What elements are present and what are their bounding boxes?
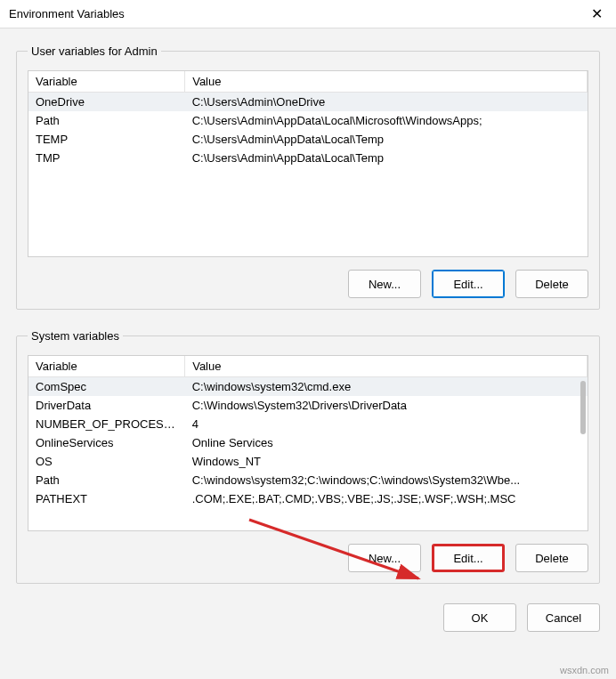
cell-variable: OS bbox=[28, 452, 185, 471]
cell-value: C:\Windows\System32\Drivers\DriverData bbox=[185, 396, 588, 415]
cell-value: Online Services bbox=[185, 433, 588, 452]
cell-variable: OnlineServices bbox=[28, 433, 185, 452]
col-header-variable[interactable]: Variable bbox=[28, 71, 185, 93]
table-row[interactable]: PATHEXT.COM;.EXE;.BAT;.CMD;.VBS;.VBE;.JS… bbox=[28, 489, 588, 508]
table-row[interactable]: OneDriveC:\Users\Admin\OneDrive bbox=[28, 93, 588, 112]
table-row[interactable]: NUMBER_OF_PROCESSORS4 bbox=[28, 415, 588, 433]
titlebar: Environment Variables ✕ bbox=[0, 0, 616, 28]
cell-variable: NUMBER_OF_PROCESSORS bbox=[28, 415, 185, 433]
watermark: wsxdn.com bbox=[560, 665, 609, 675]
table-row[interactable]: OSWindows_NT bbox=[28, 452, 588, 471]
table-row[interactable]: TEMPC:\Users\Admin\AppData\Local\Temp bbox=[28, 130, 588, 149]
ok-button[interactable]: OK bbox=[443, 603, 516, 632]
cancel-button[interactable]: Cancel bbox=[527, 603, 600, 632]
system-delete-button[interactable]: Delete bbox=[515, 544, 588, 572]
system-variables-group: System variables Variable Value ComSpecC… bbox=[16, 329, 600, 584]
system-variables-table-wrap: Variable Value ComSpecC:\windows\system3… bbox=[28, 355, 588, 531]
cell-variable: ComSpec bbox=[28, 377, 185, 397]
user-edit-button[interactable]: Edit... bbox=[432, 270, 505, 298]
system-new-button[interactable]: New... bbox=[348, 544, 421, 572]
cell-value: C:\Users\Admin\AppData\Local\Temp bbox=[185, 130, 588, 149]
cell-variable: PATHEXT bbox=[28, 489, 185, 508]
cell-value: C:\Users\Admin\AppData\Local\Microsoft\W… bbox=[185, 111, 588, 130]
close-icon[interactable]: ✕ bbox=[584, 2, 609, 27]
cell-variable: OneDrive bbox=[28, 93, 185, 112]
cell-value: C:\Users\Admin\AppData\Local\Temp bbox=[185, 149, 588, 167]
user-new-button[interactable]: New... bbox=[348, 270, 421, 298]
window-title: Environment Variables bbox=[9, 7, 125, 20]
table-row[interactable]: PathC:\Users\Admin\AppData\Local\Microso… bbox=[28, 111, 588, 130]
user-variables-table[interactable]: Variable Value OneDriveC:\Users\Admin\On… bbox=[28, 71, 588, 167]
cell-variable: TMP bbox=[28, 149, 185, 167]
table-row[interactable]: PathC:\windows\system32;C:\windows;C:\wi… bbox=[28, 471, 588, 489]
system-edit-button[interactable]: Edit... bbox=[432, 544, 505, 572]
cell-variable: DriverData bbox=[28, 396, 185, 415]
scrollbar-thumb[interactable] bbox=[580, 381, 586, 434]
cell-value: C:\Users\Admin\OneDrive bbox=[185, 93, 588, 112]
table-row[interactable]: DriverDataC:\Windows\System32\Drivers\Dr… bbox=[28, 396, 588, 415]
cell-value: C:\windows\system32\cmd.exe bbox=[185, 377, 588, 397]
cell-value: 4 bbox=[185, 415, 588, 433]
col-header-value[interactable]: Value bbox=[185, 71, 588, 93]
table-row[interactable]: OnlineServicesOnline Services bbox=[28, 433, 588, 452]
cell-variable: TEMP bbox=[28, 130, 185, 149]
cell-variable: Path bbox=[28, 471, 185, 489]
col-header-value[interactable]: Value bbox=[185, 356, 588, 377]
user-variables-table-wrap: Variable Value OneDriveC:\Users\Admin\On… bbox=[28, 70, 588, 257]
cell-value: C:\windows\system32;C:\windows;C:\window… bbox=[185, 471, 588, 489]
user-delete-button[interactable]: Delete bbox=[515, 270, 588, 298]
cell-value: Windows_NT bbox=[185, 452, 588, 471]
system-variables-table[interactable]: Variable Value ComSpecC:\windows\system3… bbox=[28, 356, 588, 508]
cell-variable: Path bbox=[28, 111, 185, 130]
user-variables-legend: User variables for Admin bbox=[28, 44, 161, 58]
col-header-variable[interactable]: Variable bbox=[28, 356, 185, 377]
cell-value: .COM;.EXE;.BAT;.CMD;.VBS;.VBE;.JS;.JSE;.… bbox=[185, 489, 588, 508]
system-variables-legend: System variables bbox=[28, 329, 123, 343]
user-variables-group: User variables for Admin Variable Value … bbox=[16, 44, 600, 310]
table-row[interactable]: TMPC:\Users\Admin\AppData\Local\Temp bbox=[28, 149, 588, 167]
table-row[interactable]: ComSpecC:\windows\system32\cmd.exe bbox=[28, 377, 588, 397]
